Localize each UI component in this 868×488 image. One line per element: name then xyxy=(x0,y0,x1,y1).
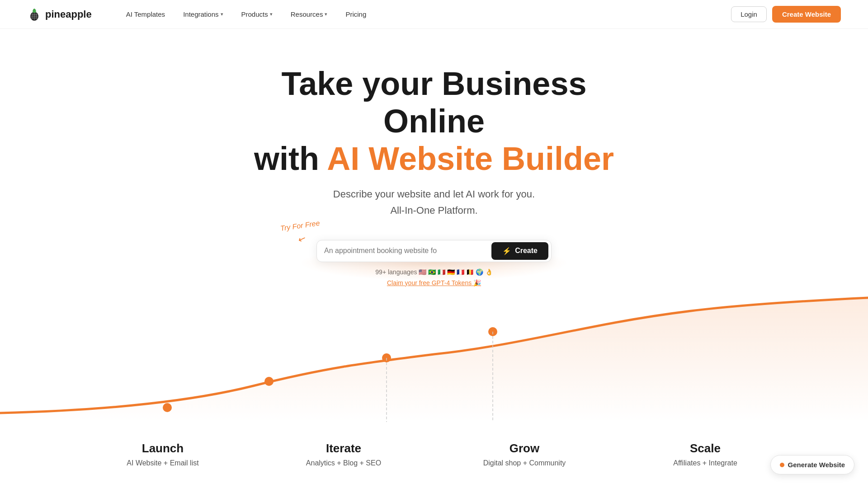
growth-curve xyxy=(0,296,868,422)
search-container: Try For Free ↙ ⚡ Create 99+ languages 🇺🇸… xyxy=(316,240,552,286)
nav-actions: Login Create Website xyxy=(731,6,841,23)
lightning-icon: ⚡ xyxy=(502,247,511,255)
hero-title: Take your Business Online with AI Websit… xyxy=(231,65,637,177)
orange-dot-icon xyxy=(780,463,784,467)
hero-subtitle: Describe your website and let AI work fo… xyxy=(333,186,535,218)
nav-item-integrations[interactable]: Integrations ▾ xyxy=(176,7,230,22)
generate-website-floating-button[interactable]: Generate Website xyxy=(770,455,854,474)
nav-item-ai-templates[interactable]: AI Templates xyxy=(119,7,172,22)
hero-section: Take your Business Online with AI Websit… xyxy=(0,29,868,286)
nav-item-resources[interactable]: Resources ▾ xyxy=(283,7,335,22)
logo-text: pineapple xyxy=(45,9,92,20)
website-description-input[interactable] xyxy=(324,242,491,259)
chevron-down-icon: ▾ xyxy=(221,11,223,17)
chevron-down-icon: ▾ xyxy=(325,11,327,17)
languages-row: 99+ languages 🇺🇸 🇧🇷 🇮🇹 🇩🇪 🇫🇷 🇧🇪 🌍 👌 xyxy=(375,268,492,276)
iterate-dot xyxy=(264,377,274,386)
nav-item-products[interactable]: Products ▾ xyxy=(234,7,280,22)
navbar: pineapple AI Templates Integrations ▾ Pr… xyxy=(0,0,868,29)
stage-iterate-desc: Analytics + Blog + SEO xyxy=(306,459,381,467)
stage-grow-title: Grow xyxy=(509,441,539,455)
stage-scale: Scale Affiliates + Integrate xyxy=(615,441,796,467)
stage-launch-desc: AI Website + Email list xyxy=(127,459,198,467)
curve-section: Launch AI Website + Email list Iterate A… xyxy=(0,296,868,467)
stage-launch: Launch AI Website + Email list xyxy=(72,441,253,467)
stage-scale-title: Scale xyxy=(690,441,721,455)
stage-iterate: Iterate Analytics + Blog + SEO xyxy=(253,441,434,467)
stages-row: Launch AI Website + Email list Iterate A… xyxy=(0,441,868,467)
login-button[interactable]: Login xyxy=(731,6,767,22)
search-box: ⚡ Create xyxy=(316,240,552,262)
nav-links: AI Templates Integrations ▾ Products ▾ R… xyxy=(119,7,731,22)
stage-launch-title: Launch xyxy=(142,441,184,455)
stage-scale-desc: Affiliates + Integrate xyxy=(673,459,737,467)
chevron-down-icon: ▾ xyxy=(270,11,273,17)
launch-dot xyxy=(163,403,172,412)
logo[interactable]: pineapple xyxy=(27,7,92,22)
create-website-button[interactable]: Create Website xyxy=(772,6,841,23)
create-button[interactable]: ⚡ Create xyxy=(491,242,548,260)
stage-grow-desc: Digital shop + Community xyxy=(483,459,566,467)
nav-item-pricing[interactable]: Pricing xyxy=(338,7,373,22)
stage-grow: Grow Digital shop + Community xyxy=(434,441,615,467)
stage-iterate-title: Iterate xyxy=(326,441,361,455)
try-for-free-label: Try For Free xyxy=(280,219,320,233)
claim-gpt4-link[interactable]: Claim your free GPT-4 Tokens 🎉 xyxy=(387,279,481,286)
try-arrow-icon: ↙ xyxy=(297,232,307,245)
